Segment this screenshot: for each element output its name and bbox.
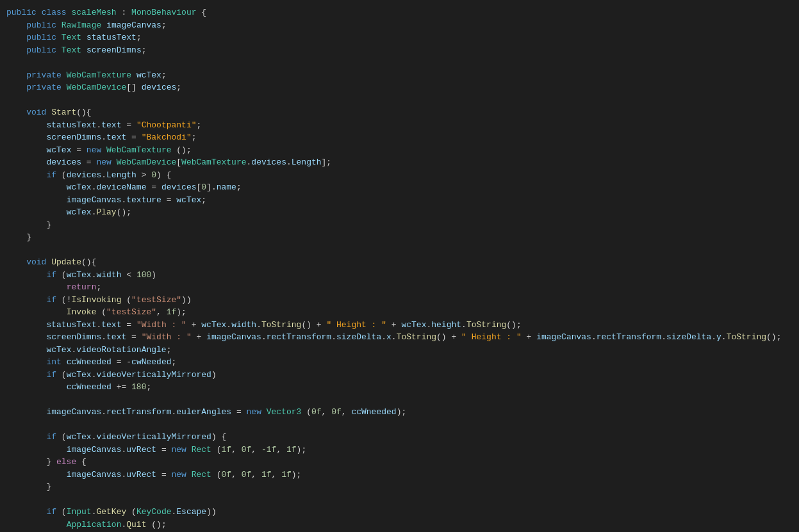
code-line-29: int ccWneeded = - cwNeeded ; [0,356,799,369]
base-class: MonoBehaviour [131,6,196,19]
code-line-33: imageCanvas . rectTransform . eulerAngle… [0,406,799,419]
code-editor: public class scaleMesh : MonoBehaviour {… [0,0,799,532]
code-line-8 [0,94,799,107]
code-line-27: screenDimns . text = "Width : " + imageC… [0,331,799,344]
code-line-41: if ( Input . GetKey ( KeyCode . Escape )… [0,506,799,519]
keyword-class: class [42,6,67,19]
code-line-38: imageCanvas . uvRect = new Rect ( 0f , 0… [0,469,799,481]
code-line-4: public Text screenDimns ; [0,44,799,57]
code-line-18: } [0,219,799,232]
keyword-public: public [6,6,37,19]
code-line-42: Application . Quit (); [0,519,799,531]
code-line-11: screenDimns . text = "Bakchodi" ; [0,131,799,144]
code-line-25: Invoke ( "testSize" , 1f ); [0,306,799,319]
code-line-24: if (! IsInvoking ( "testSize" )) [0,294,799,307]
class-name: scaleMesh [71,6,116,19]
code-line-15: wcTex . deviceName = devices [ 0 ]. name… [0,181,799,194]
code-line-9: void Start (){ [0,106,799,119]
code-line-32 [0,394,799,407]
code-line-3: public Text statusText ; [0,31,799,44]
code-line-37: } else { [0,456,799,469]
code-line-7: private WebCamDevice [] devices ; [0,81,799,94]
code-line-22: if ( wcTex . width < 100 ) [0,269,799,282]
code-line-30: if ( wcTex . videoVerticallyMirrored ) [0,369,799,382]
code-line-39: } [0,481,799,494]
code-line-28: wcTex . videoRotationAngle ; [0,344,799,357]
code-line-20 [0,244,799,257]
code-line-19: } [0,231,799,244]
code-line-2: public RawImage imageCanvas ; [0,19,799,32]
code-line-35: if ( wcTex . videoVerticallyMirrored ) { [0,431,799,444]
code-line-34 [0,419,799,431]
code-line-31: ccWneeded += 180 ; [0,381,799,394]
code-line-13: devices = new WebCamDevice [ WebCamTextu… [0,156,799,169]
code-line-5 [0,56,799,69]
code-line-12: wcTex = new WebCamTexture (); [0,144,799,157]
code-line-6: private WebCamTexture wcTex ; [0,69,799,82]
code-line-23: return ; [0,281,799,294]
code-line-17: wcTex . Play (); [0,206,799,219]
code-line-21: void Update (){ [0,256,799,269]
code-line-10: statusText . text = "Chootpanti" ; [0,119,799,132]
code-line-36: imageCanvas . uvRect = new Rect ( 1f , 0… [0,444,799,456]
code-line-14: if ( devices . Length > 0 ) { [0,169,799,182]
code-line-26: statusText . text = "Width : " + wcTex .… [0,319,799,332]
code-line-1: public class scaleMesh : MonoBehaviour { [0,6,799,19]
code-line-40 [0,494,799,506]
code-line-16: imageCanvas . texture = wcTex ; [0,194,799,207]
